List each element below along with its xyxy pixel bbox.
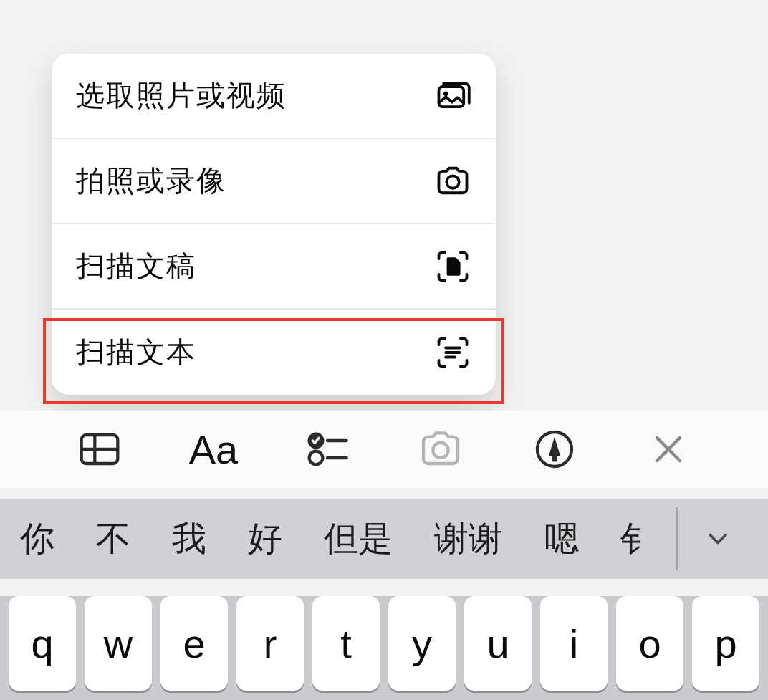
keyboard-row-1: q w e r t y u i o p — [0, 596, 768, 700]
doc-scan-icon — [434, 248, 471, 285]
key-o[interactable]: o — [616, 596, 683, 691]
markup-button[interactable] — [522, 417, 587, 481]
key-w[interactable]: w — [85, 596, 152, 691]
menu-item-label: 选取照片或视频 — [76, 76, 287, 115]
ime-candidate[interactable]: 谢谢 — [434, 516, 503, 562]
menu-item-scan-document[interactable]: 扫描文稿 — [52, 224, 496, 310]
menu-item-choose-photo[interactable]: 选取照片或视频 — [52, 54, 496, 139]
key-t[interactable]: t — [312, 596, 380, 691]
ime-expand-button[interactable] — [682, 499, 754, 579]
ime-candidate[interactable]: 你 — [20, 516, 54, 562]
svg-rect-16 — [552, 456, 557, 461]
ime-candidate[interactable]: 但是 — [324, 516, 393, 562]
notes-toolbar: Aa — [0, 411, 768, 488]
text-format-label: Aa — [189, 426, 239, 473]
key-e[interactable]: e — [160, 596, 228, 691]
ime-candidate[interactable]: 我 — [172, 516, 206, 562]
text-scan-icon — [434, 334, 471, 371]
ime-candidate-bar: 你 不 我 好 但是 谢谢 嗯 钅 — [0, 499, 768, 579]
menu-item-label: 拍照或录像 — [76, 161, 226, 201]
key-u[interactable]: u — [464, 596, 532, 691]
ime-candidate[interactable]: 不 — [96, 516, 130, 562]
ime-candidate[interactable]: 钅 — [620, 516, 655, 562]
attach-context-menu: 选取照片或视频 拍照或录像 扫描文稿 — [52, 54, 496, 395]
ime-candidate[interactable]: 好 — [248, 516, 282, 562]
camera-icon — [434, 163, 471, 200]
key-q[interactable]: q — [9, 596, 76, 691]
menu-inner: 选取照片或视频 拍照或录像 扫描文稿 — [52, 54, 496, 395]
close-button[interactable] — [636, 417, 701, 481]
menu-item-take-photo[interactable]: 拍照或录像 — [52, 139, 496, 224]
svg-point-1 — [443, 91, 448, 96]
photo-stack-icon — [434, 77, 471, 115]
svg-rect-0 — [439, 87, 464, 107]
svg-point-10 — [309, 451, 322, 465]
menu-item-label: 扫描文稿 — [76, 246, 196, 286]
table-button[interactable] — [67, 417, 132, 481]
text-format-button[interactable]: Aa — [181, 417, 246, 481]
svg-point-14 — [433, 443, 448, 458]
menu-item-label: 扫描文本 — [76, 332, 196, 372]
menu-item-scan-text[interactable]: 扫描文本 — [52, 310, 496, 395]
checklist-button[interactable] — [295, 417, 360, 481]
svg-point-2 — [446, 176, 459, 188]
key-p[interactable]: p — [692, 596, 759, 691]
key-r[interactable]: r — [236, 596, 304, 691]
key-y[interactable]: y — [388, 596, 456, 691]
key-i[interactable]: i — [540, 596, 608, 691]
camera-button[interactable] — [408, 417, 473, 481]
ime-candidate[interactable]: 嗯 — [544, 516, 579, 562]
